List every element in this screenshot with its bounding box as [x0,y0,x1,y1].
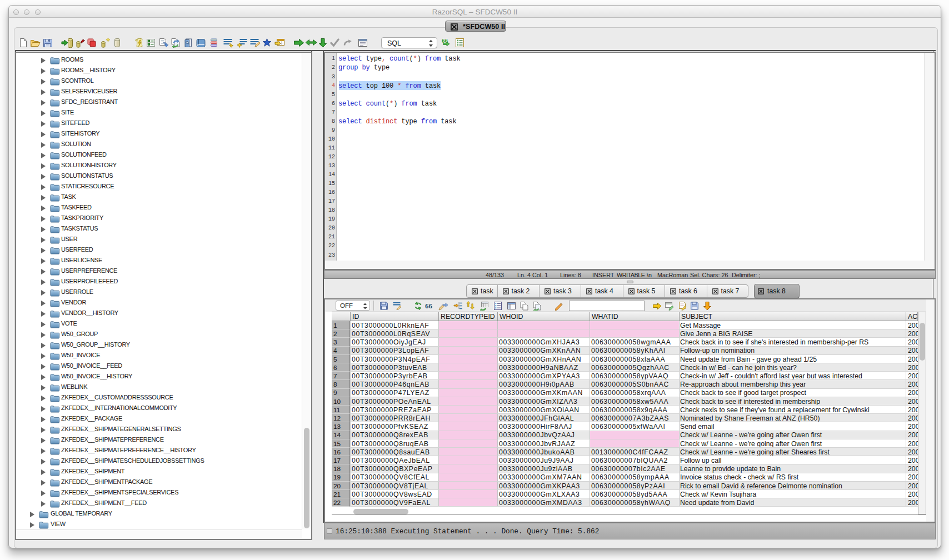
svg-text:66: 66 [425,302,433,310]
